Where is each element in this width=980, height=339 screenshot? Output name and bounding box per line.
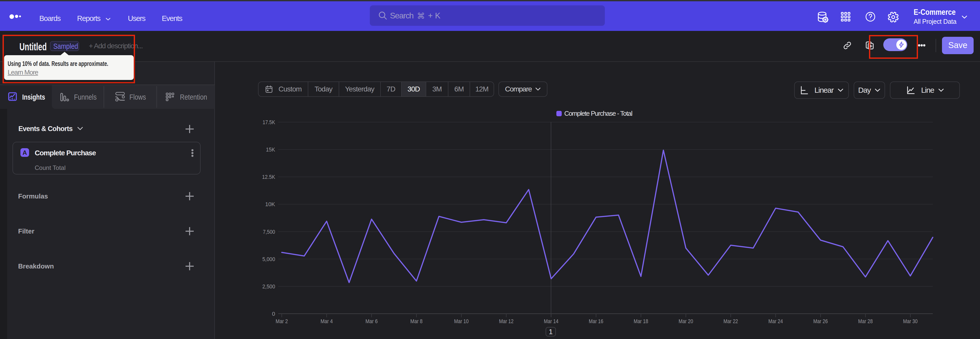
svg-text:12.5K: 12.5K <box>262 174 275 180</box>
svg-text:Mar 12: Mar 12 <box>499 318 514 325</box>
svg-text:Mar 14: Mar 14 <box>544 318 558 325</box>
svg-text:Mar 2: Mar 2 <box>275 318 288 325</box>
svg-text:Mar 8: Mar 8 <box>410 318 423 325</box>
svg-text:Mar 28: Mar 28 <box>858 318 873 325</box>
svg-text:15K: 15K <box>266 146 275 153</box>
svg-text:Mar 30: Mar 30 <box>903 318 918 325</box>
svg-text:Mar 10: Mar 10 <box>454 318 469 325</box>
svg-text:Mar 20: Mar 20 <box>679 318 693 325</box>
svg-text:0: 0 <box>272 311 275 317</box>
svg-text:7,500: 7,500 <box>263 229 275 235</box>
svg-text:Mar 26: Mar 26 <box>813 318 828 325</box>
svg-text:Mar 6: Mar 6 <box>366 318 378 325</box>
svg-text:2,500: 2,500 <box>262 283 275 290</box>
svg-text:17.5K: 17.5K <box>262 119 275 125</box>
svg-text:10K: 10K <box>265 201 275 208</box>
svg-text:Mar 16: Mar 16 <box>589 318 603 325</box>
svg-text:Mar 4: Mar 4 <box>321 318 333 325</box>
svg-text:Mar 24: Mar 24 <box>768 318 783 325</box>
svg-text:Mar 18: Mar 18 <box>634 318 648 325</box>
svg-text:5,000: 5,000 <box>262 256 275 262</box>
svg-text:Mar 22: Mar 22 <box>724 318 738 325</box>
